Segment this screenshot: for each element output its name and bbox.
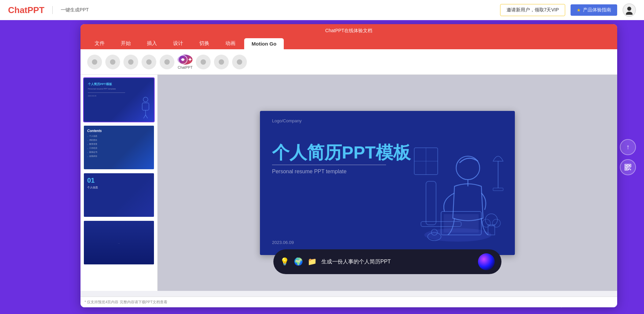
tab-start[interactable]: 开始 [113,38,138,49]
slide-thumbnail-panel: 个人简历PPT模板 Personal resume PPT template 2… [80,75,158,291]
svg-rect-44 [630,169,631,170]
svg-rect-36 [626,165,627,166]
svg-point-10 [219,59,224,65]
slide-title-divider [272,165,386,165]
slide-person-illustration [408,141,508,248]
svg-point-11 [237,59,242,65]
toolbar-icon-8[interactable] [232,55,247,69]
prompt-sphere-icon[interactable] [478,253,495,270]
chatppt-toolbar-label: ChatPPT [178,65,193,69]
slide1-thumb-title: 个人简历PPT模板 [88,82,150,86]
slide2-item-2: 求职意向 [87,139,151,142]
logo-subtitle: 一键生成PPT [61,7,89,13]
svg-point-25 [485,214,497,226]
toolbar-icon-4[interactable] [142,55,156,69]
slide-thumb-3[interactable]: 01 个人信息 [83,173,155,217]
chatppt-logo-svg [178,55,187,64]
slide2-item-6: 自我评价 [87,155,151,158]
chatppt-logo [178,55,193,65]
star-icon: ★ [577,7,581,13]
svg-point-12 [143,97,148,102]
user-avatar[interactable] [623,3,636,17]
toolbar-icon-2[interactable] [105,55,120,69]
tab-design[interactable]: 设计 [166,38,191,49]
slide2-item-5: 获得证书 [87,151,151,154]
tab-animation[interactable]: 动画 [218,38,243,49]
slide3-label: 个人信息 [87,186,151,189]
chat-prompt-bar[interactable]: 💡 🌍 📁 生成一份人事的个人简历PPT [273,249,501,274]
slide-date: 2023.06.09 [272,240,294,245]
svg-line-15 [144,115,146,118]
toolbar-chatppt-icon[interactable]: ChatPPT [178,55,193,69]
tab-motion-go[interactable]: Motion Go [244,38,284,49]
slide-logo-company: Logo/Company [272,118,302,123]
toolbar-icon-6[interactable] [196,55,211,69]
svg-rect-40 [626,168,627,170]
slide-canvas: Logo/Company 个人简历PPT模板 Personal resume P… [260,111,515,255]
svg-rect-42 [630,168,630,168]
prompt-input-text[interactable]: 生成一份人事的个人简历PPT [321,258,473,265]
slide2-item-1: 个人信息 [87,135,151,138]
toolbar-icon-5[interactable] [160,55,174,69]
toolbar-icon-1[interactable] [87,55,102,69]
avatar-icon [625,5,634,15]
slide-thumb-2[interactable]: Contents 个人信息 求职意向 教育背景 工作经历 获得证书 自我评价 [83,125,155,170]
ppt-editor-area: ChatPPT在线体验文档 文件 开始 插入 设计 切换 动画 Motion G… [80,24,617,307]
svg-point-3 [110,59,115,65]
tab-switch[interactable]: 切换 [192,38,217,49]
slide-thumb-4[interactable]: ... [83,220,155,265]
toolbar-icon-7[interactable] [214,55,229,69]
logo-divider [52,6,53,14]
ppt-title-bar: ChatPPT在线体验文档 [80,24,617,38]
slide2-item-4: 工作经历 [87,147,151,150]
prompt-emoji-folder: 📁 [308,257,317,266]
qr-code-icon [624,164,632,171]
logo-area: ChatPPT 一键生成PPT [8,5,89,15]
svg-point-9 [201,59,206,65]
prompt-emoji-bulb: 💡 [280,257,289,266]
svg-rect-41 [628,168,629,168]
ribbon-tab-bar: 文件 开始 插入 设计 切换 动画 Motion Go [80,38,617,49]
svg-point-8 [181,58,184,61]
slide-subtitle: Personal resume PPT template [272,169,346,175]
svg-rect-45 [628,169,630,170]
tab-insert[interactable]: 插入 [140,38,164,49]
ppt-document-title: ChatPPT在线体验文档 [325,28,373,34]
right-side-buttons: ↑ [620,139,636,175]
toolbar-icon-3[interactable] [123,55,138,69]
slide2-thumb-title: Contents [87,129,151,133]
invite-users-button[interactable]: 邀请新用户，领取7天VIP [500,4,565,16]
guide-label: 产品体验指南 [583,7,611,13]
svg-rect-43 [629,168,630,169]
svg-point-6 [164,59,170,65]
slide1-person-illustration [133,96,151,119]
slide-thumb-inner-3: 01 个人信息 [84,173,154,217]
editor-content-area: 个人简历PPT模板 Personal resume PPT template 2… [80,75,617,291]
svg-rect-22 [426,181,436,225]
slide-thumb-inner-1: 个人简历PPT模板 Personal resume PPT template 2… [84,78,154,122]
product-guide-button[interactable]: ★ 产品体验指南 [571,4,617,16]
slide-thumb-inner-2: Contents 个人信息 求职意向 教育背景 工作经历 获得证书 自我评价 [84,126,154,169]
ribbon-toolbar: ChatPPT [80,49,617,75]
svg-line-16 [146,115,148,118]
tab-file[interactable]: 文件 [87,38,112,49]
top-navigation-bar: ChatPPT 一键生成PPT 邀请新用户，领取7天VIP ★ 产品体验指南 [0,0,644,20]
svg-point-2 [92,59,97,65]
slide-main-title: 个人简历PPT模板 [272,141,411,165]
watermark-text: 头条 @职场办公技能 [527,297,614,309]
person-svg [408,141,508,248]
svg-point-5 [146,59,152,65]
svg-point-1 [626,12,633,15]
top-right-actions: 邀请新用户，领取7天VIP ★ 产品体验指南 [500,3,636,17]
qr-code-button[interactable] [620,159,636,175]
slide-thumb-1[interactable]: 个人简历PPT模板 Personal resume PPT template 2… [83,77,155,122]
logo-ppt: PPT [28,5,45,15]
main-slide-view: Logo/Company 个人简历PPT模板 Personal resume P… [158,75,617,291]
logo-chatppt: ChatPPT [8,5,44,15]
svg-rect-13 [142,103,149,110]
slide2-item-3: 教育背景 [87,143,151,146]
scroll-up-button[interactable]: ↑ [620,139,636,155]
svg-rect-38 [629,165,630,166]
prompt-emoji-globe: 🌍 [294,257,303,266]
slide3-num: 01 [87,177,151,184]
